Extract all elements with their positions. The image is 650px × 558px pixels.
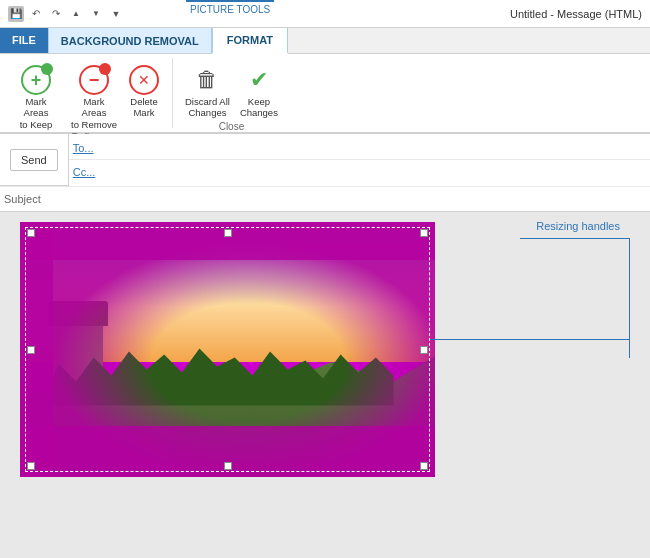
annotation-line-v [629, 238, 630, 358]
down-icon[interactable]: ▼ [88, 6, 104, 22]
mark-areas-remove-button[interactable]: − Mark Areasto Remove [66, 62, 122, 132]
cc-input[interactable] [103, 166, 650, 178]
title-bar-icons: 💾 ↶ ↷ ▲ ▼ ▼ [8, 6, 124, 22]
to-row: Send To... Cc... [0, 134, 650, 187]
annotation-line-h-top [520, 238, 630, 239]
mark-remove-label: Mark Areasto Remove [70, 96, 118, 130]
keep-label: KeepChanges [240, 96, 278, 119]
mark-areas-keep-button[interactable]: + Mark Areasto Keep [8, 62, 64, 132]
main-content: Send To... Cc... Subject Resizing handle… [0, 134, 650, 558]
image-container [20, 222, 435, 477]
handle-bottom-left[interactable] [27, 462, 35, 470]
cc-label[interactable]: Cc... [73, 166, 103, 178]
delete-mark-button[interactable]: ✕ DeleteMark [124, 62, 164, 121]
save-icon[interactable]: 💾 [8, 6, 24, 22]
more-icon[interactable]: ▼ [108, 6, 124, 22]
discard-icon: 🗑 [191, 64, 223, 96]
close-buttons: 🗑 Discard AllChanges ✔ KeepChanges [181, 58, 282, 121]
keep-icon: ✔ [243, 64, 275, 96]
handle-middle-left[interactable] [27, 346, 35, 354]
email-compose-area: Send To... Cc... Subject [0, 134, 650, 212]
redo-icon[interactable]: ↷ [48, 6, 64, 22]
send-button[interactable]: Send [10, 149, 58, 171]
undo-icon[interactable]: ↶ [28, 6, 44, 22]
send-area: Send [0, 134, 69, 186]
handle-top-left[interactable] [27, 229, 35, 237]
delete-mark-label: DeleteMark [130, 96, 157, 119]
to-field-row: To... [69, 136, 650, 160]
selection-rectangle [25, 227, 430, 472]
subject-label: Subject [4, 193, 44, 205]
ribbon-tabs: FILE BACKGROUND REMOVAL FORMAT [0, 28, 650, 54]
discard-all-button[interactable]: 🗑 Discard AllChanges [181, 62, 234, 121]
ribbon: + Mark Areasto Keep − Mark Areasto Remov… [0, 54, 650, 134]
to-label[interactable]: To... [73, 142, 103, 154]
refine-buttons: + Mark Areasto Keep − Mark Areasto Remov… [8, 58, 164, 132]
title-bar: 💾 ↶ ↷ ▲ ▼ ▼ PICTURE TOOLS Untitled - Mes… [0, 0, 650, 28]
annotation-text: Resizing handles [536, 220, 620, 232]
mark-keep-label: Mark Areasto Keep [12, 96, 60, 130]
keep-changes-button[interactable]: ✔ KeepChanges [236, 62, 282, 121]
close-group-label: Close [219, 121, 245, 134]
handle-bottom-middle[interactable] [224, 462, 232, 470]
delete-mark-icon: ✕ [128, 64, 160, 96]
tab-background-removal[interactable]: BACKGROUND REMOVAL [48, 27, 212, 53]
mark-remove-icon: − [78, 64, 110, 96]
subject-row: Subject [0, 187, 650, 211]
handle-middle-right[interactable] [420, 346, 428, 354]
subject-input[interactable] [44, 193, 650, 205]
to-input[interactable] [103, 142, 650, 154]
ribbon-group-close: 🗑 Discard AllChanges ✔ KeepChanges Close [173, 58, 290, 128]
mark-keep-icon: + [20, 64, 52, 96]
annotation-line-h-bottom [430, 339, 630, 340]
up-icon[interactable]: ▲ [68, 6, 84, 22]
cc-field-row: Cc... [69, 160, 650, 184]
tab-file[interactable]: FILE [0, 27, 48, 53]
email-fields: To... Cc... [69, 136, 650, 184]
picture-tools-label: PICTURE TOOLS [186, 0, 274, 15]
discard-label: Discard AllChanges [185, 96, 230, 119]
annotation-container: Resizing handles [536, 220, 620, 232]
window-title: Untitled - Message (HTML) [510, 8, 642, 20]
ribbon-group-refine: + Mark Areasto Keep − Mark Areasto Remov… [0, 58, 173, 128]
image-editing-area: Resizing handles [0, 212, 650, 558]
tab-format[interactable]: FORMAT [212, 26, 288, 54]
handle-top-right[interactable] [420, 229, 428, 237]
handle-bottom-right[interactable] [420, 462, 428, 470]
handle-top-middle[interactable] [224, 229, 232, 237]
